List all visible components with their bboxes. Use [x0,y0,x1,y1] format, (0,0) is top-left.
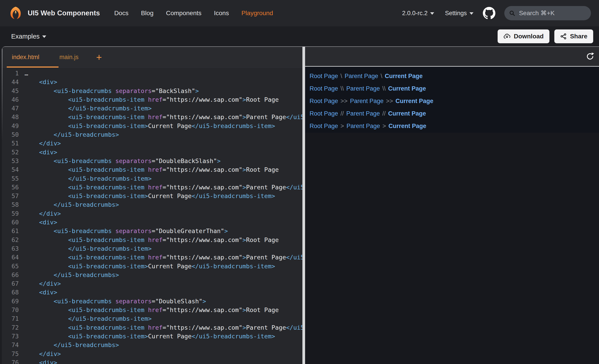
code-line[interactable]: 56 <ui5-breadcrumbs-item href="https://w… [2,183,302,192]
code-line[interactable]: 65 <ui5-breadcrumbs-item>Current Page</u… [2,262,302,271]
cloud-download-icon [503,33,511,40]
code-line[interactable]: 48 <ui5-breadcrumbs-item href="https://w… [2,113,302,121]
code-line[interactable]: 62 <ui5-breadcrumbs-item href="https://w… [2,236,302,244]
add-tab-button[interactable]: + [96,52,102,62]
code-line[interactable]: 68 <div> [2,288,302,297]
breadcrumb-link[interactable]: Root Page [309,110,338,117]
line-number: 66 [2,271,19,279]
code-text: </ui5-breadcrumbs-item> [25,314,152,323]
split-divider[interactable] [302,47,305,364]
code-text: <ui5-breadcrumbs-item href="https://www.… [25,95,279,104]
breadcrumb-separator: >> [341,98,348,105]
code-line[interactable]: 45 <ui5-breadcrumbs separators="BackSlas… [2,86,302,95]
breadcrumb-current: Current Page [385,73,423,80]
search-icon [509,9,515,17]
code-line[interactable]: 74 </ui5-breadcrumbs> [2,341,302,349]
code-line[interactable]: 50 </ui5-breadcrumbs> [2,130,302,139]
code-text: … [25,69,28,78]
code-line[interactable]: 54 <ui5-breadcrumbs-item href="https://w… [2,165,302,174]
code-line[interactable]: 53 <ui5-breadcrumbs separators="DoubleBa… [2,157,302,165]
nav-item-playground[interactable]: Playground [241,9,273,17]
code-line[interactable]: 59 </div> [2,209,302,218]
code-text: <ui5-breadcrumbs separators="DoubleBackS… [25,157,221,165]
search-input[interactable] [519,9,587,17]
line-number: 68 [2,288,19,297]
download-button[interactable]: Download [498,29,549,43]
line-number: 72 [2,323,19,332]
version-dropdown[interactable]: 2.0.0-rc.2 [402,10,434,17]
code-line[interactable]: 58 </ui5-breadcrumbs> [2,200,302,209]
code-line[interactable]: 44 <div> [2,78,302,86]
code-line[interactable]: 69 <ui5-breadcrumbs separators="DoubleSl… [2,297,302,305]
breadcrumb-link[interactable]: Root Page [309,123,338,130]
line-number: 54 [2,165,19,174]
code-text: </ui5-breadcrumbs> [25,341,119,349]
brand[interactable]: UI5 Web Components [8,6,100,21]
breadcrumb-link[interactable]: Root Page [309,73,338,80]
active-tab-underline [7,67,59,68]
code-line[interactable]: 73 <ui5-breadcrumbs-item>Current Page</u… [2,332,302,341]
code-line[interactable]: 55 </ui5-breadcrumbs-item> [2,174,302,183]
code-lines[interactable]: 1…44 <div>45 <ui5-breadcrumbs separators… [2,68,302,364]
nav-item-components[interactable]: Components [166,9,202,17]
line-number: 56 [2,183,19,192]
code-line[interactable]: 66 </ui5-breadcrumbs> [2,271,302,279]
share-label: Share [570,33,587,40]
code-line[interactable]: 64 <ui5-breadcrumbs-item href="https://w… [2,253,302,262]
line-number: 51 [2,139,19,148]
code-line[interactable]: 52 <div> [2,148,302,157]
nav-item-icons[interactable]: Icons [214,9,229,17]
line-number: 60 [2,218,19,227]
github-link[interactable] [483,7,495,19]
breadcrumb-link[interactable]: Parent Page [350,98,383,105]
code-text: <ui5-breadcrumbs separators="DoubleSlash… [25,297,206,305]
line-number: 45 [2,86,19,95]
breadcrumb-link[interactable]: Root Page [309,98,338,105]
line-number: 49 [2,122,19,130]
code-text: </div> [25,209,61,218]
tab-main-js[interactable]: main.js [49,47,89,68]
examples-toolbar: Examples Download Share [0,26,599,46]
code-line[interactable]: 47 </ui5-breadcrumbs-item> [2,104,302,113]
code-line[interactable]: 76 <div> [2,358,302,364]
code-line[interactable]: 72 <ui5-breadcrumbs-item href="https://w… [2,323,302,332]
code-line[interactable]: 46 <ui5-breadcrumbs-item href="https://w… [2,95,302,104]
code-line[interactable]: 51 </div> [2,139,302,148]
tab-index-html[interactable]: index.html [2,47,49,68]
share-button[interactable]: Share [554,29,593,43]
breadcrumb-link[interactable]: Parent Page [346,85,380,92]
breadcrumb-separator: \ [341,73,342,80]
breadcrumb-link[interactable]: Root Page [309,85,338,92]
breadcrumb: Root Page\Parent Page\Current Page [309,70,599,82]
search-box[interactable] [504,6,591,20]
chevron-down-icon [42,35,46,38]
nav-item-docs[interactable]: Docs [114,9,128,17]
breadcrumb-list: Root Page\Parent Page\Current PageRoot P… [305,67,599,133]
code-text: </ui5-breadcrumbs> [25,271,119,279]
code-line[interactable]: 1… [2,69,302,78]
nav-item-blog[interactable]: Blog [141,9,153,17]
code-text: <ui5-breadcrumbs-item href="https://www.… [25,113,302,121]
code-line[interactable]: 57 <ui5-breadcrumbs-item>Current Page</u… [2,192,302,200]
code-line[interactable]: 61 <ui5-breadcrumbs separators="DoubleGr… [2,227,302,235]
code-line[interactable]: 71 </ui5-breadcrumbs-item> [2,314,302,323]
refresh-button[interactable] [585,51,595,61]
settings-dropdown[interactable]: Settings [445,10,474,17]
code-line[interactable]: 49 <ui5-breadcrumbs-item>Current Page</u… [2,122,302,130]
code-text: <ui5-breadcrumbs-item>Current Page</ui5-… [25,332,275,341]
examples-dropdown[interactable]: Examples [11,33,46,40]
code-line[interactable]: 63 </ui5-breadcrumbs-item> [2,244,302,253]
code-line[interactable]: 70 <ui5-breadcrumbs-item href="https://w… [2,305,302,314]
breadcrumb-current: Current Page [396,98,433,105]
code-line[interactable]: 75 </div> [2,349,302,358]
code-line[interactable]: 67 </div> [2,279,302,288]
line-number: 73 [2,332,19,341]
breadcrumb-link[interactable]: Parent Page [345,73,378,80]
breadcrumb-link[interactable]: Parent Page [346,123,380,130]
code-text: <div> [25,288,57,297]
code-text: <div> [25,148,57,157]
code-text: <ui5-breadcrumbs-item href="https://www.… [25,253,302,262]
breadcrumb-link[interactable]: Parent Page [346,110,380,117]
code-line[interactable]: 60 <div> [2,218,302,227]
line-number: 48 [2,113,19,121]
